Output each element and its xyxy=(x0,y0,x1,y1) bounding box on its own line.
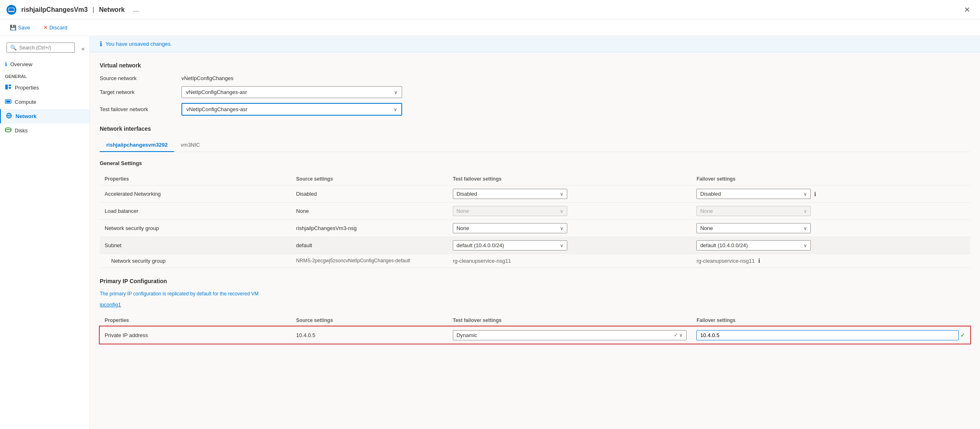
dropdown-value: Disabled xyxy=(700,191,721,197)
primary-ip-section: Primary IP Configuration The primary IP … xyxy=(100,278,970,344)
table-row: Network security group rishjailpChangesV… xyxy=(100,220,970,237)
virtual-network-title: Virtual network xyxy=(100,62,970,69)
collapse-button[interactable]: « xyxy=(80,45,86,53)
search-input[interactable] xyxy=(19,45,71,51)
close-button[interactable]: ✕ xyxy=(961,4,973,16)
row-source: Disabled xyxy=(291,185,448,203)
th-ip-failover: Failover settings xyxy=(691,314,970,327)
top-bar-right: ✕ xyxy=(961,4,973,16)
target-network-dropdown-value: vNetIpConfigChanges-asr xyxy=(186,89,247,95)
source-network-label: Source network xyxy=(100,75,181,81)
compute-icon xyxy=(5,98,11,106)
checkmark-icon: ✓ xyxy=(960,332,965,338)
content-area: Virtual network Source network vNetIpCon… xyxy=(90,52,980,354)
properties-icon xyxy=(5,84,11,92)
test-failover-nsg-dropdown[interactable]: None ∨ xyxy=(453,223,567,233)
info-icon: ℹ xyxy=(814,191,816,197)
test-failover-accel-dropdown[interactable]: Disabled ∨ xyxy=(453,189,567,199)
test-failover-value: vNetIpConfigChanges-asr xyxy=(186,106,248,112)
virtual-network-section: Virtual network Source network vNetIpCon… xyxy=(100,62,970,116)
primary-ip-title: Primary IP Configuration xyxy=(100,278,970,284)
svg-rect-1 xyxy=(9,8,14,11)
unsaved-banner: ℹ You have unsaved changes. xyxy=(90,36,980,52)
target-network-label: Target network xyxy=(100,89,181,95)
page-subtitle: Network xyxy=(99,6,125,13)
primary-ip-note: The primary IP configuration is replicat… xyxy=(100,291,970,297)
row-property: Accelerated Networking xyxy=(100,185,291,203)
dropdown-chevron: ∨ xyxy=(803,191,807,197)
svg-point-11 xyxy=(5,130,11,132)
sidebar-item-label: Overview xyxy=(10,61,32,67)
dropdown-value: Dynamic xyxy=(456,332,477,338)
failover-ip-input[interactable] xyxy=(696,330,959,340)
table-row: Accelerated Networking Disabled Disabled… xyxy=(100,185,970,203)
sidebar-item-label: Network xyxy=(16,113,36,119)
save-button[interactable]: 💾 Save xyxy=(7,23,34,32)
save-label: Save xyxy=(18,25,30,31)
sidebar-item-network[interactable]: Network xyxy=(0,109,89,123)
test-failover-ip-dropdown[interactable]: Dynamic ✓ ∨ xyxy=(453,330,687,340)
general-settings-title: General Settings xyxy=(100,160,970,166)
tab-nic1[interactable]: rishjaiipchangesvm3292 xyxy=(100,139,174,152)
failover-subnet-dropdown[interactable]: default (10.4.0.0/24) ∨ xyxy=(696,240,811,250)
sidebar-item-disks[interactable]: Disks xyxy=(0,123,89,138)
dropdown-chevron: ∨ xyxy=(803,208,807,214)
ip-config-table: Properties Source settings Test failover… xyxy=(100,314,970,344)
target-network-chevron: ∨ xyxy=(394,89,398,95)
dropdown-chevron: ✓ ∨ xyxy=(674,332,683,338)
sidebar-item-label: Compute xyxy=(15,99,36,105)
ipconfig-link[interactable]: ipconfig1 xyxy=(100,302,970,308)
failover-accel-dropdown[interactable]: Disabled ∨ xyxy=(696,189,811,199)
discard-button[interactable]: ✕ Discard xyxy=(40,23,71,32)
test-failover-lb-dropdown[interactable]: None ∨ xyxy=(453,206,567,216)
table-row: Load balancer None None ∨ None xyxy=(100,203,970,220)
test-failover-dropdown[interactable]: vNetIpConfigChanges-asr ∨ xyxy=(181,103,402,116)
dropdown-chevron: ∨ xyxy=(560,208,564,214)
th-ip-test-failover: Test failover settings xyxy=(448,314,691,327)
discard-icon: ✕ xyxy=(43,25,48,31)
discard-label: Discard xyxy=(49,25,67,31)
table-row: Network security group NRMS-2pecgwj5zson… xyxy=(100,254,970,268)
info-icon: ℹ xyxy=(758,257,760,264)
row-source: default xyxy=(291,237,448,254)
sidebar-item-overview[interactable]: ℹ Overview xyxy=(0,58,89,71)
test-failover-chevron: ∨ xyxy=(394,107,397,112)
sidebar-item-properties[interactable]: Properties xyxy=(0,80,89,95)
sidebar-item-compute[interactable]: Compute xyxy=(0,95,89,109)
main-content: ℹ You have unsaved changes. Virtual netw… xyxy=(90,36,980,429)
test-failover-subnet-dropdown[interactable]: default (10.4.0.0/24) ∨ xyxy=(453,240,567,250)
test-failover-network-row: Test failover network vNetIpConfigChange… xyxy=(100,103,970,116)
tab-nic2[interactable]: vm3NIC xyxy=(174,139,206,152)
top-bar-left: rishjailpChangesVm3 | Network ... xyxy=(7,4,142,16)
row-failover-value: rg-cleanupservice-nsg11 ℹ xyxy=(691,254,970,268)
failover-lb-dropdown[interactable]: None ∨ xyxy=(696,206,811,216)
save-icon: 💾 xyxy=(10,25,16,31)
th-ip-properties: Properties xyxy=(100,314,291,327)
search-icon: 🔍 xyxy=(10,45,17,51)
more-options-button[interactable]: ... xyxy=(130,4,142,16)
source-network-value: vNetIpConfigChanges xyxy=(181,75,233,81)
dropdown-chevron: ∨ xyxy=(560,243,564,248)
dropdown-chevron: ∨ xyxy=(803,226,807,231)
banner-info-icon: ℹ xyxy=(100,40,102,48)
svg-rect-7 xyxy=(6,101,10,103)
dropdown-value: None xyxy=(700,208,713,214)
general-settings-table: Properties Source settings Test failover… xyxy=(100,173,970,268)
vm-icon xyxy=(7,5,16,15)
banner-text: You have unsaved changes. xyxy=(105,41,172,47)
nic-tabs: rishjaiipchangesvm3292 vm3NIC xyxy=(100,139,970,152)
svg-rect-4 xyxy=(9,85,11,86)
row-property: Subnet xyxy=(100,237,291,254)
source-network-row: Source network vNetIpConfigChanges xyxy=(100,75,970,81)
row-property: Network security group xyxy=(100,254,291,268)
dropdown-value: default (10.4.0.0/24) xyxy=(456,242,504,248)
dropdown-chevron: ∨ xyxy=(803,243,807,248)
row-property: Network security group xyxy=(100,220,291,237)
test-failover-label: Test failover network xyxy=(100,106,181,112)
target-network-dropdown[interactable]: vNetIpConfigChanges-asr ∨ xyxy=(181,86,402,98)
toolbar: 💾 Save ✕ Discard xyxy=(0,20,980,36)
svg-rect-3 xyxy=(5,85,8,89)
failover-nsg-dropdown[interactable]: None ∨ xyxy=(696,223,811,233)
row-test-value: rg-cleanupservice-nsg11 xyxy=(448,254,691,268)
sidebar: 🔍 « ℹ Overview General Properties Comput… xyxy=(0,36,90,429)
